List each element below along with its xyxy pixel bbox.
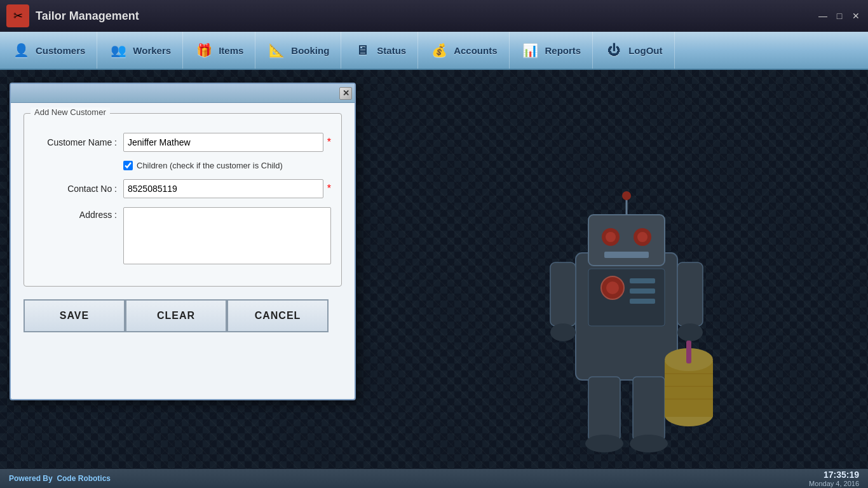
contact-no-required: * [327,183,331,194]
logout-icon: ⏻ [604,41,623,60]
cancel-button[interactable]: CANCEL [227,299,329,332]
contact-no-input[interactable] [123,179,323,198]
app-title: Tailor Management [36,10,817,23]
app-icon: ✂ [6,4,29,27]
nav-item-logout[interactable]: ⏻ LogOut [593,32,674,69]
dialog-close-button[interactable]: ✕ [339,87,352,100]
nav-item-items[interactable]: 🎁 Items [183,32,255,69]
clear-button[interactable]: CLEAR [125,299,227,332]
nav-item-booking[interactable]: 📐 Booking [255,32,341,69]
address-input[interactable] [123,207,331,264]
contact-no-label: Contact No : [34,184,123,194]
save-button[interactable]: SAVE [24,299,125,332]
nav-item-reports[interactable]: 📊 Reports [510,32,593,69]
customer-name-row: Customer Name : * [34,133,331,152]
form-group-title: Add New Customer [31,107,110,117]
contact-no-row: Contact No : * [34,179,331,198]
powered-by: Powered By Code Robotics [9,474,111,483]
children-checkbox-row: Children (check if the customer is Child… [123,161,331,170]
close-button[interactable]: ✕ [850,10,862,22]
nav-label-status: Status [377,45,406,56]
company-name: Code Robotics [57,474,111,483]
form-group: Add New Customer Customer Name : * Child… [24,113,342,287]
reports-icon: 📊 [521,41,540,60]
address-label: Address : [34,207,123,220]
status-icon: 🖥 [353,41,372,60]
nav-label-booking: Booking [291,45,329,56]
children-label: Children (check if the customer is Child… [137,161,283,170]
customer-name-input[interactable] [123,133,323,152]
nav-item-status[interactable]: 🖥 Status [341,32,418,69]
address-row: Address : [34,207,331,264]
dialog-titlebar: ✕ [11,84,355,103]
customers-icon: 👤 [11,41,31,60]
nav-label-items: Items [219,45,243,56]
title-bar: ✂ Tailor Management — □ ✕ [0,0,868,32]
dialog-overlay: ✕ Add New Customer Customer Name : * Chi [0,70,868,469]
nav-label-customers: Customers [36,45,85,56]
main-background: ✕ Add New Customer Customer Name : * Chi [0,70,868,469]
nav-label-reports: Reports [545,45,581,56]
nav-item-workers[interactable]: 👥 Workers [97,32,183,69]
statusbar: Powered By Code Robotics 17:35:19 Monday… [0,469,868,488]
add-customer-dialog: ✕ Add New Customer Customer Name : * Chi [10,83,356,400]
button-row: SAVE CLEAR CANCEL [24,299,342,332]
nav-label-accounts: Accounts [454,45,497,56]
booking-icon: 📐 [267,41,286,60]
children-checkbox[interactable] [123,161,133,170]
nav-label-logout: LogOut [628,45,662,56]
accounts-icon: 💰 [430,41,449,60]
date-display: Monday 4, 2016 [809,480,859,487]
dialog-content: Add New Customer Customer Name : * Child… [11,103,355,345]
workers-icon: 👥 [109,41,128,60]
powered-by-text: Powered By [9,474,53,483]
maximize-button[interactable]: □ [834,10,845,22]
nav-item-customers[interactable]: 👤 Customers [0,32,97,69]
datetime: 17:35:19 Monday 4, 2016 [809,470,859,487]
app-icon-symbol: ✂ [13,9,23,23]
time-display: 17:35:19 [809,470,859,480]
nav-label-workers: Workers [133,45,171,56]
items-icon: 🎁 [194,41,214,60]
customer-name-label: Customer Name : [34,137,123,147]
window-controls: — □ ✕ [817,10,862,22]
minimize-button[interactable]: — [817,10,829,22]
nav-item-accounts[interactable]: 💰 Accounts [418,32,509,69]
navbar: 👤 Customers 👥 Workers 🎁 Items 📐 Booking … [0,32,868,70]
customer-name-required: * [327,137,331,148]
